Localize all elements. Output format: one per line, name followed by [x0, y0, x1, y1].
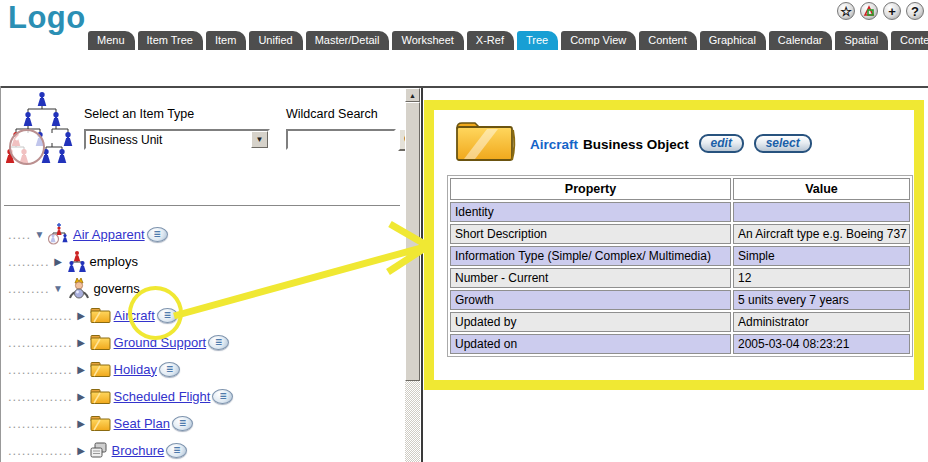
- expand-icon[interactable]: [76, 418, 87, 429]
- employs-relationship-icon: [67, 251, 87, 272]
- item-menu-icon[interactable]: [172, 416, 193, 431]
- combo-dropdown-icon[interactable]: [251, 131, 268, 148]
- tree-row-ground-support: .............. Ground Support: [8, 329, 229, 355]
- tree-row-employs: ......... employs: [8, 248, 138, 274]
- tab-comp-view[interactable]: Comp View: [561, 31, 636, 50]
- tree-item-brochure[interactable]: Brochure: [112, 443, 165, 458]
- governs-relationship-icon: [67, 277, 91, 300]
- table-row: Number - Current 12: [450, 268, 910, 288]
- expand-icon[interactable]: [76, 364, 87, 375]
- tab-context[interactable]: Context: [891, 31, 928, 50]
- property-cell: Identity: [450, 202, 731, 222]
- detail-panel: AircraftBusiness Object edit select Prop…: [424, 100, 924, 390]
- tab-master-detail[interactable]: Master/Detail: [306, 31, 390, 50]
- expand-icon[interactable]: [76, 445, 87, 456]
- select-button[interactable]: select: [754, 134, 812, 153]
- tree-row-seat-plan: .............. Seat Plan: [8, 410, 193, 436]
- tree-item-scheduled-flight[interactable]: Scheduled Flight: [114, 389, 211, 404]
- content-left-border: [0, 86, 1, 462]
- table-row: Information Type (Simple/ Complex/ Multi…: [450, 246, 910, 266]
- tree-item-employs: employs: [90, 254, 138, 269]
- table-row: Short Description An Aircraft type e.g. …: [450, 224, 910, 244]
- scrollbar-track[interactable]: [405, 381, 420, 462]
- highlight-arrow-annotation: [140, 210, 440, 325]
- value-cell: An Aircraft type e.g. Boeing 737: [733, 224, 910, 244]
- table-row: Updated on 2005-03-04 08:23:21: [450, 334, 910, 354]
- item-menu-icon[interactable]: [159, 362, 180, 377]
- item-menu-icon[interactable]: [166, 443, 187, 458]
- expand-icon[interactable]: [76, 310, 87, 321]
- application-window: Logo ☆ + ? Menu Item Tree Item Unified M…: [0, 0, 928, 462]
- wildcard-search-input[interactable]: [286, 129, 396, 150]
- expand-icon[interactable]: [53, 256, 64, 267]
- main-tab-bar: Menu Item Tree Item Unified Master/Detai…: [88, 31, 928, 50]
- item-menu-icon[interactable]: [208, 335, 229, 350]
- tree-row-scheduled-flight: .............. Scheduled Flight: [8, 383, 233, 409]
- value-cell: Administrator: [733, 312, 910, 332]
- tree-item-air-apparent[interactable]: Air Apparent: [73, 227, 145, 242]
- app-logo: Logo: [8, 0, 86, 36]
- value-cell: [733, 202, 910, 222]
- tab-worksheet[interactable]: Worksheet: [392, 31, 463, 50]
- value-cell: 12: [733, 268, 910, 288]
- tab-tree[interactable]: Tree: [517, 31, 558, 50]
- tab-content[interactable]: Content: [639, 31, 697, 50]
- tree-leader-dots: ..............: [8, 362, 73, 377]
- tree-leader-dots: .........: [8, 281, 50, 296]
- expand-icon[interactable]: [76, 337, 87, 348]
- tree-leader-dots: ..............: [8, 335, 73, 350]
- tab-item[interactable]: Item: [206, 31, 246, 50]
- property-cell: Number - Current: [450, 268, 731, 288]
- tree-row-brochure: .............. Brochure: [8, 437, 187, 462]
- scroll-up-icon[interactable]: [405, 88, 420, 102]
- property-table: Property Value Identity Short Descriptio…: [447, 175, 913, 357]
- detail-title: AircraftBusiness Object edit select: [530, 136, 812, 155]
- tab-menu[interactable]: Menu: [88, 31, 135, 50]
- item-type-selected-value: Business Unit: [86, 133, 251, 147]
- tab-x-ref[interactable]: X-Ref: [467, 31, 514, 50]
- left-panel-separator: [4, 205, 400, 206]
- tab-item-tree[interactable]: Item Tree: [138, 31, 203, 50]
- collapse-icon[interactable]: [34, 229, 45, 240]
- tree-item-holiday[interactable]: Holiday: [114, 362, 157, 377]
- edit-button[interactable]: edit: [699, 134, 744, 153]
- tree-leader-dots: ..............: [8, 308, 73, 323]
- folder-icon: [90, 307, 111, 324]
- folder-icon: [90, 388, 111, 405]
- property-cell: Updated on: [450, 334, 731, 354]
- add-icon[interactable]: +: [883, 2, 901, 20]
- tree-row-governs: ......... governs: [8, 275, 140, 301]
- table-row: Growth 5 units every 7 years: [450, 290, 910, 310]
- detail-title-item: Aircraft: [530, 137, 578, 152]
- tree-item-governs: governs: [94, 281, 140, 296]
- tree-row-holiday: .............. Holiday: [8, 356, 180, 382]
- column-header-value: Value: [733, 178, 910, 200]
- collapse-icon[interactable]: [53, 283, 64, 294]
- tree-leader-dots: .........: [8, 254, 50, 269]
- column-header-property: Property: [450, 178, 731, 200]
- table-row: Updated by Administrator: [450, 312, 910, 332]
- tab-graphical[interactable]: Graphical: [700, 31, 766, 50]
- tree-leader-dots: ..............: [8, 416, 73, 431]
- sitemap-icon[interactable]: [860, 2, 878, 20]
- favorites-star-icon[interactable]: ☆: [837, 2, 855, 20]
- item-type-hierarchy-icon: [6, 92, 78, 166]
- value-cell: 5 units every 7 years: [733, 290, 910, 310]
- quick-icon-toolbar: ☆ + ?: [837, 2, 924, 20]
- item-menu-icon[interactable]: [212, 389, 233, 404]
- expand-icon[interactable]: [76, 391, 87, 402]
- item-type-select[interactable]: Business Unit: [84, 129, 270, 150]
- tree-leader-dots: .....: [8, 227, 31, 242]
- tab-spatial[interactable]: Spatial: [835, 31, 888, 50]
- tree-leader-dots: ..............: [8, 443, 73, 458]
- content-top-border: [0, 86, 928, 88]
- table-row: Identity: [450, 202, 910, 222]
- business-unit-icon: [48, 223, 70, 245]
- tab-unified[interactable]: Unified: [249, 31, 302, 50]
- tab-calendar[interactable]: Calendar: [769, 31, 833, 50]
- value-cell: 2005-03-04 08:23:21: [733, 334, 910, 354]
- folder-icon: [90, 361, 111, 378]
- help-icon[interactable]: ?: [906, 2, 924, 20]
- tree-item-seat-plan[interactable]: Seat Plan: [114, 416, 170, 431]
- business-object-folder-icon: [454, 116, 518, 166]
